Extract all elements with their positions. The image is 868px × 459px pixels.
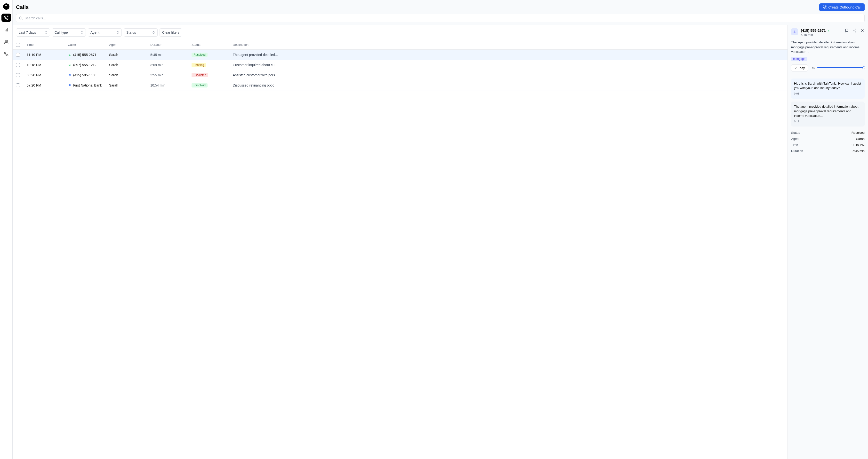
nav-analytics[interactable] — [1, 26, 11, 34]
play-button[interactable]: Play — [791, 64, 808, 71]
transcript-text: Hi, this is Sarah with TalkTonic. How ca… — [794, 81, 862, 91]
nav-users[interactable] — [1, 38, 11, 46]
row-caller: (415) 555-2671 — [73, 53, 96, 57]
arrow-down-left-icon — [68, 53, 71, 57]
create-outbound-call-button[interactable]: Create Outbound Call — [819, 3, 865, 11]
flag-button[interactable] — [845, 28, 849, 33]
meta-time-label: Time — [791, 143, 798, 146]
workspace-avatar[interactable]: T — [3, 3, 9, 10]
transcript-time: 0:12 — [794, 120, 862, 124]
row-checkbox[interactable] — [16, 53, 20, 57]
svg-point-4 — [5, 40, 6, 42]
row-caller: (897) 555-1212 — [73, 63, 96, 67]
transcript-time: 0:01 — [794, 92, 862, 96]
column-description[interactable]: Description — [233, 43, 784, 46]
arrow-down-left-icon — [827, 29, 830, 32]
row-agent: Sarah — [109, 63, 150, 67]
row-description: Discussed refinancing optio… — [233, 84, 784, 87]
filter-status-label: Status — [126, 31, 136, 34]
column-agent[interactable]: Agent — [109, 43, 150, 46]
sidebar-nav: T — [0, 0, 12, 459]
row-time: 11:19 PM — [27, 53, 68, 57]
filter-bar: Last 7 days Call type — [12, 25, 787, 40]
nav-dialer[interactable] — [1, 50, 11, 58]
filter-agent[interactable]: Agent — [88, 28, 122, 37]
arrow-down-left-icon — [68, 63, 71, 67]
meta-status-value: Resolved — [851, 131, 865, 134]
call-detail-title: (415) 555-2671 — [801, 28, 826, 32]
nav-calls[interactable] — [1, 13, 11, 22]
filter-status[interactable]: Status — [124, 28, 158, 37]
status-badge: Escalated — [191, 73, 208, 77]
call-meta: Status Resolved Agent Sarah Time 11:19 P… — [788, 130, 868, 156]
filter-call-type[interactable]: Call type — [52, 28, 86, 37]
row-checkbox[interactable] — [16, 63, 20, 67]
clear-filters-label: Clear filters — [162, 31, 179, 34]
clear-filters-button[interactable]: Clear filters — [159, 28, 182, 37]
row-time: 08:20 PM — [27, 73, 68, 77]
transcript-text: The agent provided detailed information … — [794, 104, 862, 118]
column-caller[interactable]: Caller — [68, 43, 109, 46]
audio-slider[interactable] — [817, 67, 865, 68]
call-summary: The agent provided detailed information … — [788, 40, 868, 57]
svg-line-5 — [825, 6, 826, 7]
search-input[interactable] — [16, 14, 865, 22]
row-description: Assisted customer with pers… — [233, 73, 784, 77]
share-icon — [853, 29, 857, 32]
meta-agent-label: Agent — [791, 137, 799, 140]
close-detail-button[interactable] — [860, 28, 865, 33]
chevrons-up-down-icon — [117, 31, 119, 34]
arrow-up-right-icon — [68, 84, 71, 87]
status-badge: Pending — [191, 63, 206, 67]
table-row[interactable]: 07:20 PMFirst National BankSarah10:54 mi… — [12, 80, 787, 90]
close-icon — [861, 29, 864, 32]
row-description: Customer inquired about cu… — [233, 63, 784, 67]
play-icon — [794, 66, 797, 69]
meta-time-value: 11:19 PM — [851, 143, 865, 146]
share-button[interactable] — [852, 28, 857, 33]
call-tag[interactable]: mortgage — [791, 57, 807, 61]
create-button-label: Create Outbound Call — [829, 5, 861, 9]
status-badge: Resolved — [191, 83, 208, 88]
filter-time-range-label: Last 7 days — [19, 31, 36, 34]
table-row[interactable]: 11:19 PM(415) 555-2671Sarah5:45 minResol… — [12, 50, 787, 60]
chevrons-up-down-icon — [81, 31, 83, 34]
call-detail-avatar: 4 — [791, 28, 798, 35]
row-time: 07:20 PM — [27, 84, 68, 87]
row-time: 10:18 PM — [27, 63, 68, 67]
column-duration[interactable]: Duration — [150, 43, 191, 46]
table-row[interactable]: 08:20 PM(415) 585-1109Sarah3:55 minEscal… — [12, 70, 787, 80]
transcript: Hi, this is Sarah with TalkTonic. How ca… — [788, 75, 868, 130]
transcript-message: Hi, this is Sarah with TalkTonic. How ca… — [791, 78, 865, 99]
select-all-checkbox[interactable] — [16, 43, 20, 47]
table-header: Time Caller Agent Duration Status Descri… — [12, 40, 787, 50]
row-agent: Sarah — [109, 73, 150, 77]
phone-outgoing-icon — [4, 15, 8, 20]
row-duration: 3:55 min — [150, 73, 191, 77]
row-description: The agent provided detailed… — [233, 53, 784, 57]
row-duration: 3:09 min — [150, 63, 191, 67]
filter-agent-label: Agent — [90, 31, 99, 34]
transcript-message: The agent provided detailed information … — [791, 102, 865, 126]
calls-table: Time Caller Agent Duration Status Descri… — [12, 40, 787, 459]
meta-duration-value: 5:45 min — [852, 149, 865, 153]
row-duration: 5:45 min — [150, 53, 191, 57]
row-checkbox[interactable] — [16, 73, 20, 77]
table-row[interactable]: 10:18 PM(897) 555-1212Sarah3:09 minPendi… — [12, 60, 787, 70]
phone-outgoing-icon — [823, 5, 827, 9]
users-icon — [4, 40, 8, 44]
column-status[interactable]: Status — [191, 43, 233, 46]
svg-line-10 — [854, 31, 856, 32]
row-checkbox[interactable] — [16, 84, 20, 87]
filter-time-range[interactable]: Last 7 days — [16, 28, 50, 37]
column-time[interactable]: Time — [27, 43, 68, 46]
audio-player: Play — [791, 64, 865, 71]
svg-marker-12 — [795, 67, 797, 69]
page-title: Calls — [16, 4, 29, 10]
row-caller: First National Bank — [73, 84, 102, 87]
arrow-up-right-icon — [68, 73, 71, 77]
row-caller: (415) 585-1109 — [73, 73, 96, 77]
svg-line-0 — [7, 16, 8, 17]
flag-icon — [845, 29, 849, 32]
audio-slider-thumb[interactable] — [862, 66, 865, 69]
